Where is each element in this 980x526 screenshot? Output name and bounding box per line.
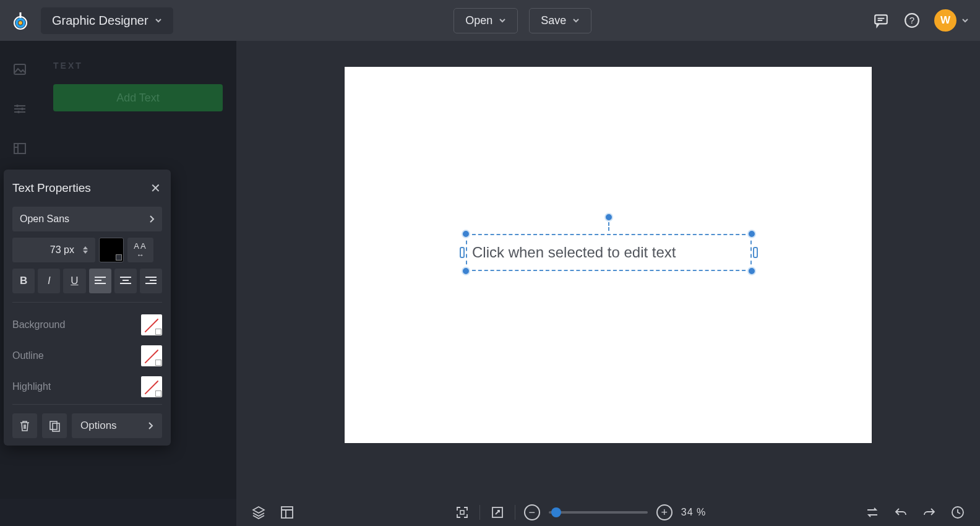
artboard[interactable]: Click when selected to edit text bbox=[345, 67, 872, 443]
svg-rect-10 bbox=[14, 144, 25, 153]
svg-point-8 bbox=[21, 108, 24, 110]
chevron-down-icon bbox=[499, 17, 506, 24]
adjust-tool-icon[interactable] bbox=[11, 100, 28, 118]
svg-rect-6 bbox=[14, 64, 25, 74]
text-properties-panel: Text Properties ✕ Open Sans 73 px AA ↔ B… bbox=[4, 170, 171, 446]
app-title-dropdown[interactable]: Graphic Designer bbox=[41, 7, 173, 34]
panel-title: Text Properties bbox=[12, 181, 91, 195]
app-title-label: Graphic Designer bbox=[52, 14, 148, 28]
chevron-down-icon bbox=[961, 17, 969, 24]
zoom-slider-knob[interactable] bbox=[551, 507, 561, 517]
bottom-bar: − + 34 % bbox=[236, 499, 980, 526]
highlight-label: Highlight bbox=[12, 381, 51, 392]
actual-size-icon[interactable] bbox=[489, 504, 506, 521]
save-label: Save bbox=[541, 14, 566, 27]
background-color-swatch[interactable] bbox=[141, 314, 162, 335]
background-label: Background bbox=[12, 319, 65, 330]
avatar: W bbox=[934, 9, 956, 32]
options-button[interactable]: Options bbox=[72, 413, 162, 438]
align-right-button[interactable] bbox=[140, 269, 162, 293]
fit-screen-icon[interactable] bbox=[453, 504, 471, 521]
zoom-out-button[interactable]: − bbox=[524, 504, 540, 520]
svg-rect-11 bbox=[50, 421, 57, 429]
undo-icon[interactable] bbox=[892, 504, 909, 521]
top-bar: Graphic Designer Open Save ? W bbox=[0, 0, 980, 41]
save-button[interactable]: Save bbox=[529, 8, 591, 33]
account-menu[interactable]: W bbox=[934, 9, 969, 32]
delete-button[interactable] bbox=[12, 413, 37, 438]
outline-color-swatch[interactable] bbox=[141, 345, 162, 366]
resize-handle-left[interactable] bbox=[460, 247, 465, 258]
svg-rect-12 bbox=[53, 423, 59, 431]
outline-label: Outline bbox=[12, 350, 44, 361]
text-color-swatch[interactable] bbox=[99, 238, 124, 262]
resize-handle-bl[interactable] bbox=[462, 267, 470, 275]
zoom-percent: 34 % bbox=[681, 507, 706, 518]
add-text-button[interactable]: Add Text bbox=[53, 84, 223, 111]
duplicate-button[interactable] bbox=[42, 413, 67, 438]
close-icon[interactable]: ✕ bbox=[150, 181, 161, 196]
redo-icon[interactable] bbox=[921, 504, 938, 521]
app-logo[interactable] bbox=[11, 11, 30, 30]
layout-tool-icon[interactable] bbox=[11, 140, 28, 157]
svg-rect-3 bbox=[875, 15, 887, 24]
svg-point-9 bbox=[17, 111, 20, 113]
underline-button[interactable]: U bbox=[63, 269, 85, 293]
text-content[interactable]: Click when selected to edit text bbox=[472, 244, 746, 261]
image-tool-icon[interactable] bbox=[11, 61, 28, 78]
text-element[interactable]: Click when selected to edit text bbox=[466, 234, 752, 271]
font-family-select[interactable]: Open Sans bbox=[12, 207, 162, 231]
chevron-down-icon bbox=[155, 17, 162, 24]
italic-button[interactable]: I bbox=[38, 269, 60, 293]
chevron-down-icon bbox=[572, 17, 580, 24]
resize-handle-tr[interactable] bbox=[747, 230, 756, 238]
highlight-color-swatch[interactable] bbox=[141, 376, 162, 397]
resize-handle-tl[interactable] bbox=[462, 230, 470, 238]
svg-point-7 bbox=[16, 105, 19, 107]
section-label: TEXT bbox=[53, 61, 223, 71]
size-stepper[interactable] bbox=[83, 246, 88, 254]
template-icon[interactable] bbox=[278, 504, 296, 521]
align-left-button[interactable] bbox=[89, 269, 111, 293]
open-button[interactable]: Open bbox=[453, 8, 518, 33]
resize-handle-right[interactable] bbox=[753, 247, 758, 258]
svg-point-2 bbox=[19, 21, 22, 25]
history-icon[interactable] bbox=[949, 504, 966, 521]
canvas-area[interactable]: Click when selected to edit text bbox=[236, 41, 980, 499]
swap-icon[interactable] bbox=[864, 504, 881, 521]
align-center-button[interactable] bbox=[114, 269, 137, 293]
layers-icon[interactable] bbox=[250, 504, 267, 521]
bold-button[interactable]: B bbox=[12, 269, 35, 293]
open-label: Open bbox=[465, 14, 492, 27]
svg-rect-13 bbox=[282, 507, 293, 518]
comments-icon[interactable] bbox=[872, 12, 890, 29]
svg-text:?: ? bbox=[909, 15, 914, 25]
zoom-slider[interactable] bbox=[549, 511, 648, 514]
resize-handle-br[interactable] bbox=[747, 267, 756, 275]
help-icon[interactable]: ? bbox=[903, 12, 921, 29]
chevron-right-icon bbox=[148, 215, 155, 223]
letter-spacing-button[interactable]: AA ↔ bbox=[127, 238, 153, 262]
svg-rect-14 bbox=[460, 511, 464, 514]
zoom-in-button[interactable]: + bbox=[656, 504, 673, 520]
font-size-input[interactable]: 73 px bbox=[12, 238, 95, 262]
rotate-handle[interactable] bbox=[604, 213, 613, 222]
chevron-right-icon bbox=[147, 421, 153, 430]
